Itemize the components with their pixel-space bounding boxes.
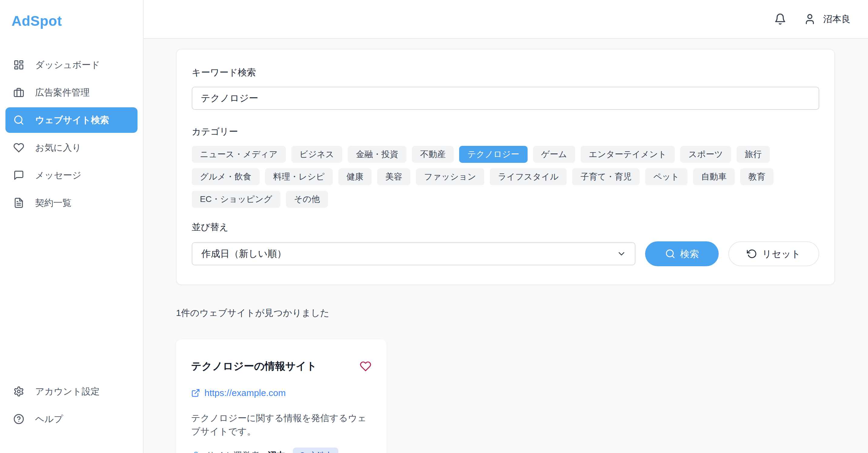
card-description: テクノロジーに関する情報を発信するウェブサイトです。 [191,412,371,438]
category-chip[interactable]: その他 [286,191,328,208]
search-icon [13,115,24,125]
document-icon [13,197,24,208]
category-chip[interactable]: ライフスタイル [490,168,567,185]
category-chip[interactable]: 美容 [377,168,410,185]
heart-icon [360,361,371,372]
category-chip[interactable]: 金融・投資 [348,146,406,163]
sidebar-item-favorites[interactable]: お気に入り [5,135,137,161]
category-chip[interactable]: 料理・レシピ [265,168,333,185]
category-chip[interactable]: ペット [645,168,687,185]
card-header: テクノロジーの情報サイト [191,359,371,373]
category-chip[interactable]: エンターテイメント [581,146,675,163]
sidebar-item-website-search[interactable]: ウェブサイト検索 [5,107,137,133]
sidebar-item-label: アカウント設定 [35,386,100,398]
sidebar-nav: ダッシュボード 広告案件管理 ウェブサイト検索 お気に入り メッセージ 契約一覧 [5,52,137,216]
chevron-down-icon [617,249,626,259]
sidebar: AdSpot ダッシュボード 広告案件管理 ウェブサイト検索 お気に入り メッセ… [0,0,144,453]
user-name: 沼本良 [823,13,850,26]
sidebar-item-contracts[interactable]: 契約一覧 [5,190,137,216]
category-chip-selected[interactable]: テクノロジー [459,146,527,163]
gear-icon [13,386,24,397]
notification-bell-button[interactable] [774,13,786,25]
website-link[interactable]: https://example.com [191,388,371,398]
sidebar-spacer [5,216,137,379]
search-button-label: 検索 [680,249,699,259]
category-chip[interactable]: 自動車 [693,168,735,185]
app-logo: AdSpot [11,13,137,29]
reset-icon [747,249,757,259]
category-chip[interactable]: 旅行 [737,146,770,163]
user-menu[interactable]: 沼本良 [804,13,850,26]
main-column: 沼本良 キーワード検索 カテゴリー ニュース・メディア ビジネス 金融・投資 不… [144,0,868,453]
keyword-search-label: キーワード検索 [192,66,819,79]
app-root: AdSpot ダッシュボード 広告案件管理 ウェブサイト検索 お気に入り メッセ… [0,0,868,453]
search-button[interactable]: 検索 [645,242,718,266]
heart-icon [13,142,24,153]
category-chip[interactable]: ファッション [416,168,484,185]
sidebar-item-label: ダッシュボード [35,59,100,71]
website-url: https://example.com [205,388,286,398]
category-label: カテゴリー [192,125,819,138]
briefcase-icon [13,87,24,98]
sidebar-item-label: 契約一覧 [35,197,71,209]
owner-row: サイト運営者: 沼本 交渉中 [191,448,371,453]
sort-select[interactable]: 作成日（新しい順） [192,242,636,265]
sort-label: 並び替え [192,221,819,233]
help-icon [13,414,24,425]
category-chip[interactable]: ニュース・メディア [192,146,286,163]
user-icon [191,451,201,453]
results-count: 1件のウェブサイトが見つかりました [176,307,835,319]
dashboard-icon [13,59,24,70]
category-chip[interactable]: 子育て・育児 [572,168,640,185]
sidebar-item-messages[interactable]: メッセージ [5,163,137,188]
user-icon [804,13,816,25]
category-chip[interactable]: 健康 [338,168,372,185]
sidebar-item-label: メッセージ [35,169,82,181]
category-chip[interactable]: 不動産 [412,146,454,163]
owner-label: サイト運営者: [206,450,262,453]
message-icon [13,170,24,181]
category-chip[interactable]: EC・ショッピング [192,191,280,208]
reset-button[interactable]: リセット [728,242,819,266]
sidebar-item-label: ヘルプ [35,413,63,425]
category-chip[interactable]: スポーツ [680,146,731,163]
speech-bubble-icon [298,452,306,453]
sidebar-item-account-settings[interactable]: アカウント設定 [5,379,137,404]
search-icon [665,249,675,259]
website-result-card: テクノロジーの情報サイト https://example.com テクノロジーに… [176,339,386,453]
bell-icon [774,13,786,25]
status-badge-label: 交渉中 [309,450,333,453]
sidebar-item-help[interactable]: ヘルプ [5,406,137,432]
sidebar-item-dashboard[interactable]: ダッシュボード [5,52,137,78]
search-panel: キーワード検索 カテゴリー ニュース・メディア ビジネス 金融・投資 不動産 テ… [176,49,835,285]
top-header: 沼本良 [144,0,868,39]
category-chip[interactable]: 教育 [740,168,774,185]
external-link-icon [191,389,200,397]
sidebar-item-label: お気に入り [35,142,81,154]
sidebar-item-label: 広告案件管理 [35,86,90,99]
owner-name: 沼本 [268,450,285,453]
sidebar-item-ad-management[interactable]: 広告案件管理 [5,80,137,105]
category-chip[interactable]: ビジネス [291,146,343,163]
category-chip[interactable]: グルメ・飲食 [192,168,259,185]
status-badge: 交渉中 [293,448,338,453]
sidebar-item-label: ウェブサイト検索 [35,114,109,126]
sort-selected-value: 作成日（新しい順） [202,248,286,260]
reset-button-label: リセット [762,249,801,259]
sidebar-bottom-nav: アカウント設定 ヘルプ [5,379,137,432]
content-area: キーワード検索 カテゴリー ニュース・メディア ビジネス 金融・投資 不動産 テ… [144,39,868,453]
card-title: テクノロジーの情報サイト [191,359,317,373]
category-chip[interactable]: ゲーム [533,146,575,163]
favorite-button[interactable] [360,361,371,372]
sort-row: 作成日（新しい順） 検索 リセット [192,242,819,266]
category-chip-list: ニュース・メディア ビジネス 金融・投資 不動産 テクノロジー ゲーム エンター… [192,146,819,208]
keyword-search-input[interactable] [192,87,819,110]
